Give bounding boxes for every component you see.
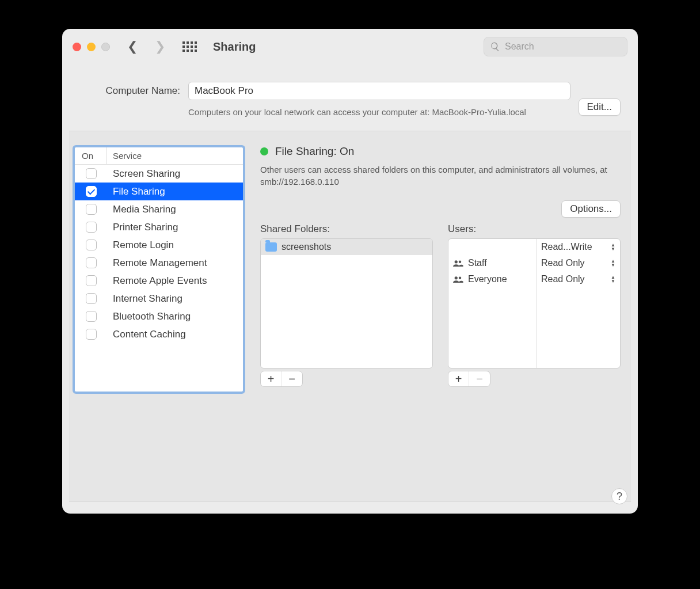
service-row[interactable]: Remote Management (75, 254, 243, 272)
forward-button: ❯ (155, 39, 165, 54)
user-row[interactable]: Everyone (448, 271, 536, 287)
service-checkbox[interactable] (86, 257, 97, 268)
svg-point-0 (455, 260, 458, 263)
service-row[interactable]: File Sharing (75, 183, 243, 200)
add-user-button[interactable]: + (448, 371, 469, 386)
chevron-up-down-icon: ▲▼ (611, 275, 615, 283)
help-button[interactable]: ? (611, 488, 627, 504)
service-checkbox[interactable] (86, 293, 97, 304)
service-row[interactable]: Remote Apple Events (75, 272, 243, 290)
svg-point-1 (459, 261, 462, 264)
services-list[interactable]: On Service Screen SharingFile SharingMed… (73, 145, 245, 394)
folders-add-remove: + − (260, 371, 303, 387)
close-window-button[interactable] (73, 43, 81, 51)
permission-label: Read Only (541, 258, 585, 268)
service-checkbox[interactable] (86, 311, 97, 322)
status-indicator-icon (260, 147, 268, 155)
column-header-on: On (75, 147, 107, 164)
window-controls (73, 43, 110, 51)
permission-selector[interactable]: Read Only▲▼ (537, 271, 620, 287)
folder-icon (265, 242, 277, 252)
service-name: Media Sharing (107, 204, 176, 215)
service-description: Other users can access shared folders on… (260, 164, 621, 188)
permission-selector[interactable]: Read...Write▲▼ (537, 239, 620, 255)
service-name: Remote Login (107, 240, 174, 251)
nav-arrows: ❮ ❯ (127, 39, 165, 54)
service-checkbox[interactable] (86, 168, 97, 179)
shared-folders-list[interactable]: screenshots (260, 238, 433, 368)
search-field[interactable] (484, 37, 627, 56)
search-icon (490, 41, 500, 52)
zoom-window-button[interactable] (101, 43, 110, 51)
back-button[interactable]: ❮ (127, 39, 138, 54)
service-status: File Sharing: On (260, 145, 621, 158)
remove-user-button: − (469, 371, 490, 386)
permission-label: Read...Write (541, 242, 592, 252)
users-group-icon (453, 259, 463, 267)
remove-folder-button[interactable]: − (281, 371, 302, 386)
service-checkbox[interactable] (86, 204, 97, 215)
add-folder-button[interactable]: + (261, 371, 281, 386)
svg-point-3 (459, 277, 462, 280)
computer-name-label: Computer Name: (79, 82, 180, 97)
preferences-window: ❮ ❯ Sharing Computer Name: Computers on … (62, 29, 638, 514)
service-checkbox[interactable] (86, 275, 97, 286)
permission-selector[interactable]: Read Only▲▼ (537, 255, 620, 271)
users-group-icon (453, 275, 463, 283)
options-button[interactable]: Options... (561, 200, 621, 218)
chevron-up-down-icon: ▲▼ (611, 243, 615, 251)
service-name: Remote Management (107, 257, 207, 269)
show-all-button[interactable] (182, 41, 197, 52)
service-row[interactable]: Internet Sharing (75, 290, 243, 307)
users-list[interactable]: StaffEveryone Read...Write▲▼Read Only▲▼R… (448, 238, 621, 368)
service-checkbox[interactable] (86, 329, 97, 340)
computer-name-section: Computer Name: Computers on your local n… (62, 64, 638, 131)
user-name: Staff (468, 258, 487, 268)
folder-name: screenshots (281, 242, 331, 252)
shared-folder-row[interactable]: screenshots (261, 239, 432, 255)
services-area: On Service Screen SharingFile SharingMed… (69, 131, 631, 502)
service-checkbox[interactable] (86, 222, 97, 233)
service-row[interactable]: Printer Sharing (75, 218, 243, 236)
column-header-service: Service (107, 151, 142, 161)
service-row[interactable]: Bluetooth Sharing (75, 307, 243, 325)
service-row[interactable]: Media Sharing (75, 200, 243, 218)
shared-folders-column: Shared Folders: screenshots + − (260, 223, 433, 387)
service-detail: File Sharing: On Other users can access … (260, 145, 621, 387)
users-column: Users: StaffEveryone Read...Write▲▼Read … (448, 223, 621, 387)
service-checkbox[interactable] (86, 186, 97, 197)
edit-hostname-button[interactable]: Edit... (579, 98, 621, 116)
service-name: Internet Sharing (107, 293, 182, 305)
service-checkbox[interactable] (86, 240, 97, 250)
user-row[interactable] (448, 239, 536, 255)
service-row[interactable]: Screen Sharing (75, 165, 243, 183)
service-row[interactable]: Remote Login (75, 236, 243, 254)
users-add-remove: + − (448, 371, 490, 387)
service-name: File Sharing (107, 186, 165, 197)
toolbar: ❮ ❯ Sharing (62, 29, 638, 64)
services-header: On Service (75, 147, 243, 165)
users-title: Users: (448, 223, 621, 235)
computer-name-hint: Computers on your local network can acce… (188, 106, 570, 118)
service-name: Content Caching (107, 329, 186, 340)
chevron-up-down-icon: ▲▼ (611, 259, 615, 267)
user-row[interactable]: Staff (448, 255, 536, 271)
service-row[interactable]: Content Caching (75, 325, 243, 343)
service-name: Printer Sharing (107, 222, 178, 233)
shared-folders-title: Shared Folders: (260, 223, 433, 235)
permission-label: Read Only (541, 274, 585, 284)
page-title: Sharing (213, 40, 256, 54)
computer-name-field[interactable] (188, 82, 570, 100)
status-label: File Sharing: On (275, 145, 354, 158)
user-name: Everyone (468, 274, 507, 284)
service-name: Screen Sharing (107, 168, 180, 180)
search-input[interactable] (505, 41, 621, 52)
service-name: Bluetooth Sharing (107, 311, 191, 322)
service-name: Remote Apple Events (107, 275, 207, 287)
minimize-window-button[interactable] (87, 43, 96, 51)
svg-point-2 (455, 276, 458, 279)
